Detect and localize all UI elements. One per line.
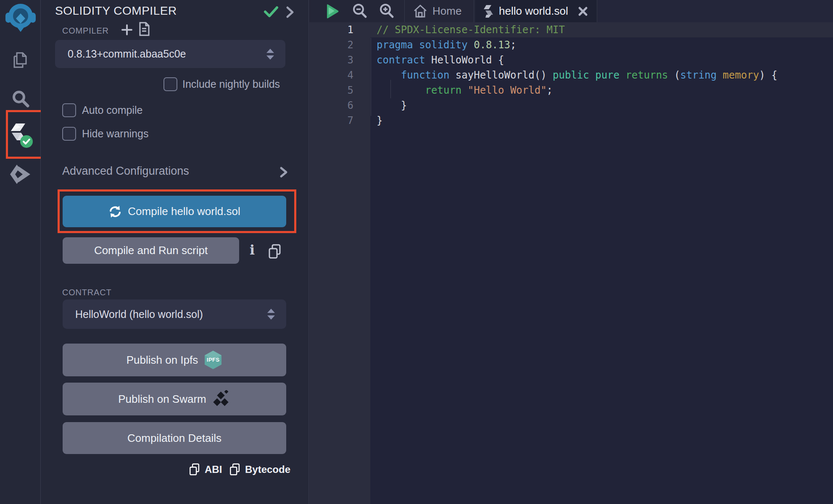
select-updown-icon: [266, 307, 276, 321]
publish-ipfs-button[interactable]: Publish on Ipfs IPFS: [63, 344, 286, 376]
select-updown-icon: [265, 47, 275, 61]
tab-file-label: hello world.sol: [499, 5, 568, 18]
activity-bar: [0, 0, 41, 504]
compilation-details-label: Compilation Details: [127, 432, 221, 445]
tab-bar-filler: [598, 0, 833, 22]
include-nightly-checkbox[interactable]: [163, 77, 177, 91]
contract-selected-value: HelloWorld (hello world.sol): [63, 308, 266, 320]
editor-tab-bar: Home hello world.sol: [309, 0, 833, 22]
tab-home[interactable]: Home: [404, 0, 474, 22]
line-number: 6: [309, 100, 370, 111]
compile-and-run-button[interactable]: Compile and Run script: [63, 237, 239, 264]
auto-compile-label[interactable]: Auto compile: [82, 104, 143, 116]
code-line: 3 contract HelloWorld {: [309, 52, 833, 68]
compilation-details-button[interactable]: Compilation Details: [63, 422, 286, 454]
code-line: 1 // SPDX-License-Identifier: MIT: [309, 22, 833, 37]
auto-compile-checkbox[interactable]: [62, 103, 76, 117]
line-number: 7: [309, 115, 370, 126]
compiler-version-select[interactable]: 0.8.13+commit.abaa5c0e: [55, 40, 285, 68]
line-number: 2: [309, 39, 370, 51]
contract-section-label: CONTRACT: [62, 288, 112, 297]
code-editor: Home hello world.sol 1 // SPDX-License-I…: [309, 0, 833, 504]
copy-abi-button[interactable]: ABI: [189, 463, 222, 476]
compiler-file-icon[interactable]: [138, 22, 150, 36]
tab-home-label: Home: [432, 5, 461, 18]
panel-title: SOLIDITY COMPILER: [55, 4, 177, 18]
contract-select[interactable]: HelloWorld (hello world.sol): [63, 299, 286, 329]
copy-script-icon[interactable]: [268, 244, 282, 260]
line-number: 5: [309, 84, 370, 96]
copy-icon: [229, 463, 241, 476]
panel-chevron-right-icon[interactable]: [285, 6, 295, 18]
deploy-run-icon[interactable]: [0, 165, 41, 186]
publish-swarm-label: Publish on Swarm: [118, 393, 206, 406]
publish-ipfs-label: Publish on Ipfs: [127, 354, 198, 367]
code-text: }: [370, 100, 407, 111]
hide-warnings-label[interactable]: Hide warnings: [82, 128, 148, 140]
code-line: 6 }: [309, 98, 833, 113]
code-line: 5 return "Hello World";: [309, 83, 833, 98]
swarm-icon: [212, 390, 231, 408]
compile-and-run-label: Compile and Run script: [94, 244, 208, 257]
advanced-configurations-toggle[interactable]: Advanced Configurations: [62, 165, 189, 178]
line-number: 1: [309, 24, 370, 36]
ipfs-icon: IPFS: [204, 350, 222, 370]
bytecode-label: Bytecode: [245, 464, 290, 475]
code-text: // SPDX-License-Identifier: MIT: [370, 24, 565, 36]
line-number: 4: [309, 69, 370, 81]
solidity-file-icon: [483, 5, 494, 18]
copy-icon: [189, 463, 200, 476]
code-text: contract HelloWorld {: [370, 54, 504, 66]
compiler-version-value: 0.8.13+commit.abaa5c0e: [55, 48, 265, 60]
code-text: function sayHelloWorld() public pure ret…: [370, 69, 778, 81]
run-script-play-icon[interactable]: [324, 3, 340, 19]
file-explorer-icon[interactable]: [0, 50, 41, 71]
compiler-section-label: COMPILER: [62, 26, 109, 36]
tab-hello-world-sol[interactable]: hello world.sol: [475, 0, 597, 22]
hide-warnings-checkbox[interactable]: [62, 127, 76, 141]
add-compiler-icon[interactable]: [121, 24, 133, 36]
compile-success-check-icon: [263, 5, 279, 18]
close-tab-icon[interactable]: [577, 6, 588, 17]
code-line: 7 }: [309, 113, 833, 128]
remix-logo[interactable]: [0, 3, 41, 34]
refresh-icon: [108, 205, 122, 218]
solidity-compiler-icon[interactable]: [0, 123, 41, 149]
line-number: 3: [309, 54, 370, 66]
publish-swarm-button[interactable]: Publish on Swarm: [63, 383, 286, 415]
info-icon[interactable]: i: [250, 242, 255, 258]
code-text: }: [370, 115, 382, 126]
compile-button-label: Compile hello world.sol: [128, 205, 240, 218]
include-nightly-label[interactable]: Include nightly builds: [182, 78, 280, 90]
abi-label: ABI: [205, 464, 222, 475]
compile-button[interactable]: Compile hello world.sol: [63, 196, 286, 227]
code-text: return "Hello World";: [370, 84, 553, 96]
code-line: 2 pragma solidity 0.8.13;: [309, 37, 833, 52]
search-icon[interactable]: [0, 89, 41, 108]
copy-bytecode-button[interactable]: Bytecode: [229, 463, 290, 476]
code-line: 4 function sayHelloWorld() public pure r…: [309, 68, 833, 83]
zoom-in-icon[interactable]: [378, 3, 395, 19]
advanced-chevron-right-icon[interactable]: [279, 166, 288, 178]
home-icon: [413, 4, 427, 18]
zoom-out-icon[interactable]: [351, 3, 368, 19]
solidity-compiler-panel: SOLIDITY COMPILER COMPILER 0.8.13+commit…: [41, 0, 309, 504]
code-text: pragma solidity 0.8.13;: [370, 39, 516, 51]
